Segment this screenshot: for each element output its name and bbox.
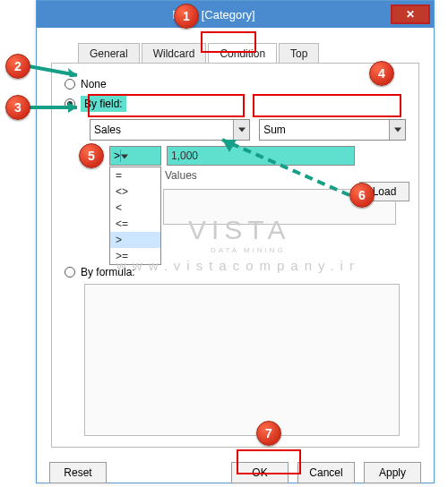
button-bar: Reset OK Cancel Apply — [37, 457, 434, 487]
values-label: Values — [165, 169, 406, 182]
apply-button-label: Apply — [379, 466, 406, 479]
operator-option-gt[interactable]: > — [110, 232, 160, 248]
tab-strip: General Wildcard Condition Top — [78, 42, 419, 63]
value-row: > = <> < <= > >= 1,000 — [109, 146, 406, 166]
field-row: Sales Sum — [90, 119, 406, 141]
tab-wildcard[interactable]: Wildcard — [142, 43, 207, 64]
radio-byformula[interactable] — [65, 267, 75, 278]
condition-pane: None By field: Sales Sum > — [51, 63, 419, 448]
cancel-button-label: Cancel — [309, 466, 342, 479]
chevron-down-icon — [389, 120, 405, 140]
apply-button[interactable]: Apply — [364, 462, 421, 483]
value-input-text: 1,000 — [171, 150, 198, 162]
radio-none-row[interactable]: None — [65, 78, 406, 90]
radio-none-label: None — [81, 78, 107, 90]
ok-button-label: OK — [252, 466, 267, 479]
radio-byfield-label: By field: — [81, 96, 126, 112]
window-title: Filter [Category] — [37, 8, 391, 21]
callout-2: 2 — [5, 54, 30, 79]
field-dropdown[interactable]: Sales — [90, 119, 250, 141]
chevron-down-icon — [233, 120, 249, 140]
radio-byformula-row[interactable]: By formula: — [65, 266, 406, 278]
radio-byfield-row[interactable]: By field: — [65, 96, 406, 112]
operator-dropdown[interactable]: > = <> < <= > >= — [109, 146, 161, 166]
operator-option-le[interactable]: <= — [110, 216, 160, 232]
callout-4: 4 — [369, 61, 394, 86]
close-icon: ✕ — [406, 8, 415, 21]
reset-button-label: Reset — [64, 466, 91, 479]
formula-textarea[interactable] — [84, 284, 400, 436]
cancel-button[interactable]: Cancel — [297, 462, 355, 483]
aggregation-dropdown[interactable]: Sum — [259, 119, 406, 141]
chevron-down-icon — [120, 150, 128, 162]
tab-general[interactable]: General — [78, 43, 140, 64]
tab-label: Wildcard — [153, 47, 195, 60]
callout-7: 7 — [256, 421, 281, 446]
radio-byfield[interactable] — [65, 98, 75, 109]
callout-5: 5 — [79, 143, 104, 168]
field-dropdown-value: Sales — [94, 124, 121, 136]
callout-3: 3 — [5, 95, 30, 120]
load-button-label: Load — [373, 185, 397, 198]
operator-option-lt[interactable]: < — [110, 200, 160, 216]
reset-button[interactable]: Reset — [49, 462, 107, 483]
tab-condition[interactable]: Condition — [208, 43, 277, 64]
operator-value: > — [114, 150, 120, 162]
operator-listbox[interactable]: = <> < <= > >= — [109, 167, 161, 265]
callout-1: 1 — [174, 4, 199, 29]
value-input[interactable]: 1,000 — [167, 146, 355, 166]
tab-label: Top — [290, 47, 307, 60]
ok-button[interactable]: OK — [231, 462, 289, 483]
aggregation-dropdown-value: Sum — [263, 124, 286, 136]
radio-byformula-label: By formula: — [81, 266, 135, 278]
close-button[interactable]: ✕ — [391, 4, 430, 24]
tab-top[interactable]: Top — [279, 43, 319, 64]
tab-label: General — [90, 47, 128, 60]
callout-6: 6 — [349, 183, 375, 208]
client-area: General Wildcard Condition Top None By f… — [37, 28, 434, 457]
tab-label: Condition — [220, 47, 265, 60]
titlebar: Filter [Category] ✕ — [37, 1, 434, 28]
operator-option-ne[interactable]: <> — [110, 184, 160, 200]
operator-option-ge[interactable]: >= — [110, 248, 160, 264]
radio-none[interactable] — [65, 79, 75, 90]
operator-option-eq[interactable]: = — [110, 167, 160, 184]
